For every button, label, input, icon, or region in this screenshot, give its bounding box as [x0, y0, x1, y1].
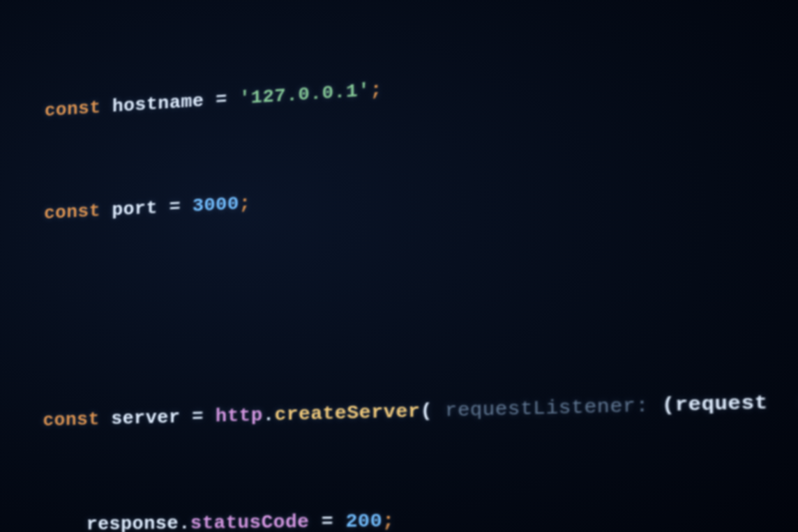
operator-assign: =	[169, 196, 181, 218]
method-createserver: createServer	[275, 401, 421, 426]
inlay-hint-requestlistener: requestListener:	[432, 395, 649, 423]
blank-line	[43, 261, 798, 335]
code-line-4: response.statusCode = 200;	[43, 495, 798, 532]
number-literal: 3000	[193, 193, 239, 217]
keyword-const: const	[43, 409, 99, 431]
code-line-2: const port = 3000;	[44, 145, 798, 231]
string-literal: '127.0.0.1'	[239, 79, 370, 109]
identifier-response: response	[86, 513, 179, 532]
semicolon: ;	[239, 192, 251, 215]
operator-assign: =	[192, 406, 204, 427]
identifier-server: server	[111, 406, 180, 430]
code-line-3: const server = http.createServer( reques…	[43, 378, 798, 439]
object-http: http	[216, 404, 263, 427]
operator-assign: =	[216, 89, 227, 110]
inlay-hint-type: :IncomingM	[768, 388, 798, 415]
keyword-const: const	[45, 97, 101, 121]
code-editor: const hostname = '127.0.0.1'; const port…	[38, 0, 798, 532]
operator-assign: =	[309, 511, 345, 532]
open-paren: (	[649, 394, 675, 418]
dot: .	[263, 404, 275, 427]
identifier-request: request	[675, 392, 769, 417]
code-line-1: const hostname = '127.0.0.1';	[45, 30, 798, 128]
keyword-const: const	[44, 200, 100, 224]
semicolon: ;	[370, 79, 382, 101]
identifier-hostname: hostname	[112, 90, 204, 117]
semicolon: ;	[382, 510, 395, 532]
dot: .	[179, 513, 190, 532]
identifier-port: port	[112, 197, 158, 221]
number-literal: 200	[345, 510, 382, 532]
property-statuscode: statusCode	[190, 511, 309, 532]
open-paren: (	[421, 400, 433, 423]
